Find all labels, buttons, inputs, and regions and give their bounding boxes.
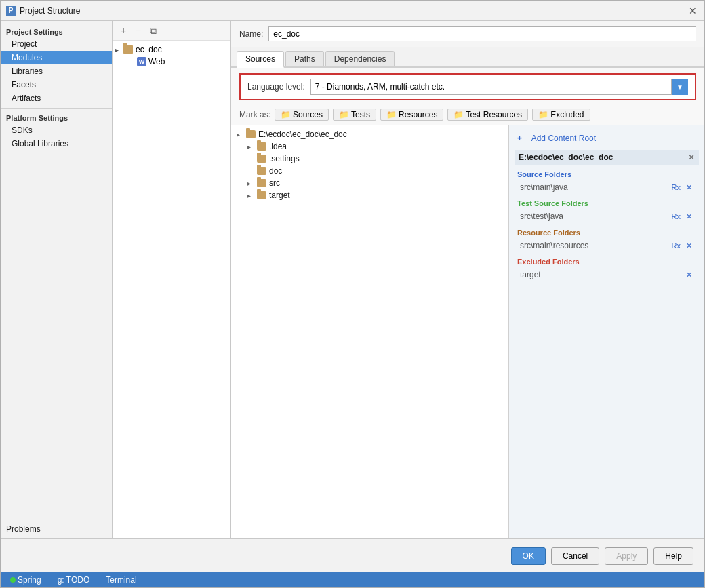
tree-label-ec-doc: ec_doc [136, 45, 162, 54]
tests-folder-icon: 📁 [339, 110, 349, 119]
help-button[interactable]: Help [653, 547, 693, 565]
target-label: target [269, 191, 290, 200]
project-structure-dialog: P Project Structure ✕ Project Settings P… [0, 0, 705, 588]
excluded-folder-value-0: target [520, 270, 541, 279]
resources-folder-icon: 📁 [386, 110, 397, 119]
mark-as-test-resources-btn[interactable]: 📁 Test Resources [447, 109, 528, 121]
bottom-bar-todo[interactable]: g: TODO [54, 574, 94, 586]
app-icon: P [6, 6, 16, 16]
src-arrow: ▸ [247, 180, 257, 187]
excluded-folder-remove-btn[interactable]: ✕ [685, 271, 693, 279]
mark-as-excluded-btn[interactable]: 📁 Excluded [532, 109, 590, 121]
file-tree-idea[interactable]: ▸ .idea [231, 140, 508, 153]
language-level-select-wrapper: 7 - Diamonds, ARM, multi-catch etc. 8 - … [310, 79, 688, 95]
source-folder-value-0: src\main\java [520, 182, 568, 192]
language-level-box: Language level: 7 - Diamonds, ARM, multi… [239, 73, 696, 100]
main-content: Project Settings Project Modules Librari… [1, 21, 704, 538]
tree-item-web[interactable]: W Web [113, 56, 230, 68]
tree-item-ec-doc[interactable]: ▸ ec_doc [113, 43, 230, 56]
sources-content: Language level: 7 - Diamonds, ARM, multi… [231, 68, 704, 538]
sidebar-item-sdks[interactable]: SDKs [1, 123, 112, 137]
file-tree-panel: ▸ E:\ecdoc\ec_doc\ec_doc ▸ .idea [231, 125, 509, 538]
root-folder-icon [246, 130, 256, 138]
source-folder-actions-0: Rx ✕ [670, 183, 693, 192]
tab-sources[interactable]: Sources [237, 51, 284, 68]
info-close-button[interactable]: ✕ [688, 153, 695, 162]
sidebar-item-artifacts[interactable]: Artifacts [1, 92, 112, 105]
doc-folder-icon [257, 167, 266, 175]
sidebar-item-libraries[interactable]: Libraries [1, 64, 112, 78]
sidebar-item-global-libraries[interactable]: Global Libraries [1, 137, 112, 151]
test-source-folder-root-btn[interactable]: Rx [670, 212, 682, 221]
project-settings-label: Project Settings [1, 24, 112, 37]
mark-as-tests-btn[interactable]: 📁 Tests [333, 109, 376, 121]
todo-label: g: TODO [58, 575, 90, 585]
module-panel: + − ⧉ ▸ ec_doc W Web [113, 21, 231, 538]
resource-folder-root-btn[interactable]: Rx [670, 241, 682, 250]
mark-as-sources-btn[interactable]: 📁 Sources [275, 109, 329, 121]
web-badge: W [137, 57, 146, 66]
resource-folders-title: Resource Folders [515, 227, 699, 238]
sources-folder-icon: 📁 [281, 110, 291, 119]
add-content-root-btn[interactable]: + + Add Content Root [515, 131, 699, 146]
idea-label: .idea [269, 142, 287, 151]
resource-folder-remove-btn[interactable]: ✕ [685, 241, 693, 250]
sidebar: Project Settings Project Modules Librari… [1, 21, 113, 538]
tab-dependencies[interactable]: Dependencies [325, 51, 395, 66]
test-source-folders-title: Test Source Folders [515, 198, 699, 209]
excluded-folder-icon: 📁 [538, 110, 548, 119]
add-content-root-icon: + [517, 134, 522, 143]
excluded-folders-section: Excluded Folders target ✕ [515, 256, 699, 280]
language-level-select[interactable]: 7 - Diamonds, ARM, multi-catch etc. 8 - … [310, 79, 672, 95]
add-content-root-label: + Add Content Root [525, 134, 596, 143]
sidebar-item-problems[interactable]: Problems [1, 520, 112, 536]
source-folder-remove-btn[interactable]: ✕ [685, 183, 693, 192]
tree-label-web: Web [148, 57, 165, 66]
file-tree-doc[interactable]: doc [231, 165, 508, 177]
apply-button[interactable]: Apply [605, 547, 648, 565]
mark-as-label: Mark as: [239, 110, 270, 119]
cancel-button[interactable]: Cancel [551, 547, 599, 565]
mark-as-resources-btn[interactable]: 📁 Resources [380, 109, 443, 121]
file-tree-root[interactable]: ▸ E:\ecdoc\ec_doc\ec_doc [231, 128, 508, 140]
idea-arrow: ▸ [247, 143, 257, 151]
test-source-folder-remove-btn[interactable]: ✕ [685, 212, 693, 221]
bottom-bar-terminal[interactable]: Terminal [102, 574, 140, 586]
ok-button[interactable]: OK [511, 547, 546, 565]
source-folder-item-0: src\main\java Rx ✕ [515, 182, 699, 193]
right-panel: Name: Sources Paths Dependencies Languag… [231, 21, 704, 538]
name-input[interactable] [268, 26, 696, 41]
doc-label: doc [269, 166, 282, 176]
tabs-row: Sources Paths Dependencies [231, 47, 704, 68]
tab-paths[interactable]: Paths [285, 51, 324, 66]
file-tree-target[interactable]: ▸ target [231, 189, 508, 201]
file-tree-src[interactable]: ▸ src [231, 177, 508, 189]
resource-folder-actions-0: Rx ✕ [670, 241, 693, 250]
add-module-button[interactable]: + [117, 24, 130, 37]
target-arrow: ▸ [247, 192, 257, 199]
test-resources-folder-icon: 📁 [454, 110, 464, 119]
file-tree-settings[interactable]: .settings [231, 153, 508, 165]
bottom-bar-spring[interactable]: Spring [6, 574, 45, 586]
resource-folder-item-0: src\main\resources Rx ✕ [515, 240, 699, 251]
spring-status-dot [10, 577, 16, 583]
language-level-dropdown-btn[interactable]: ▼ [672, 79, 688, 95]
close-button[interactable]: ✕ [687, 5, 699, 17]
title-bar: P Project Structure ✕ [1, 1, 704, 21]
sidebar-item-facets[interactable]: Facets [1, 78, 112, 92]
sidebar-item-project[interactable]: Project [1, 37, 112, 51]
tree-arrow-ec-doc: ▸ [115, 46, 123, 54]
info-path-header: ✕ E:\ecdoc\ec_doc\ec_doc [515, 150, 699, 165]
folder-icon-ec-doc [123, 45, 133, 54]
excluded-folders-title: Excluded Folders [515, 256, 699, 267]
bottom-bar: Spring g: TODO Terminal [1, 572, 704, 587]
source-folder-root-btn[interactable]: Rx [670, 183, 682, 192]
resource-folders-section: Resource Folders src\main\resources Rx ✕ [515, 227, 699, 251]
copy-module-button[interactable]: ⧉ [146, 24, 160, 37]
test-source-folder-actions-0: Rx ✕ [670, 212, 693, 221]
terminal-label: Terminal [106, 575, 136, 585]
sidebar-item-modules[interactable]: Modules [1, 51, 112, 64]
remove-module-button[interactable]: − [132, 24, 145, 37]
source-folders-title: Source Folders [515, 169, 699, 180]
sources-main: ▸ E:\ecdoc\ec_doc\ec_doc ▸ .idea [231, 125, 704, 538]
